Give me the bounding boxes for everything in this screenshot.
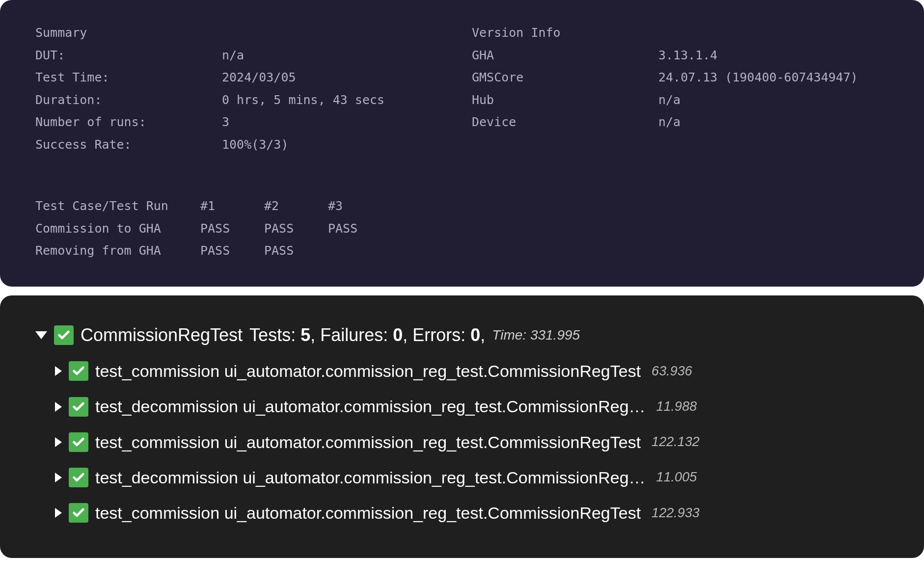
summary-value: 100%(3/3): [222, 133, 452, 156]
check-icon: [69, 468, 88, 487]
summary-value: 0 hrs, 5 mins, 43 secs: [222, 89, 452, 111]
summary-label: Number of runs:: [35, 111, 222, 133]
summary-panel: Summary DUT:n/a Test Time:2024/03/05 Dur…: [0, 0, 924, 287]
test-name: test_decommission ui_automator.commissio…: [95, 396, 646, 417]
summary-header: Summary: [35, 22, 222, 44]
check-icon: [69, 361, 88, 381]
version-value: 3.13.1.4: [658, 44, 889, 67]
run-header-cell: Test Case/Test Run: [35, 195, 200, 217]
summary-value: 2024/03/05: [222, 66, 452, 89]
summary-label: Test Time:: [35, 66, 222, 89]
version-label: GHA: [472, 44, 658, 67]
version-column: Version Info GHA3.13.1.4 GMSCore24.07.13…: [472, 22, 889, 156]
run-cell: PASS: [200, 239, 264, 262]
table-row: Commission to GHA PASS PASS PASS: [35, 217, 889, 240]
test-time: 11.988: [656, 398, 697, 415]
run-table: Test Case/Test Run #1 #2 #3 Commission t…: [35, 195, 889, 262]
disclosure-down-icon[interactable]: [35, 331, 47, 339]
suite-time: Time: 331.995: [492, 326, 580, 344]
disclosure-right-icon[interactable]: [55, 366, 62, 376]
test-name: test_commission ui_automator.commission_…: [95, 360, 641, 382]
test-name: test_commission ui_automator.commission_…: [95, 502, 641, 524]
summary-label: Success Rate:: [35, 133, 222, 156]
run-cell: PASS: [264, 217, 328, 240]
test-time: 122.933: [652, 504, 700, 522]
test-tree-panel: CommissionRegTest Tests: 5, Failures: 0,…: [0, 295, 924, 558]
test-time: 122.132: [652, 433, 700, 451]
run-cell: PASS: [200, 217, 264, 240]
version-value: n/a: [658, 111, 889, 133]
version-value: n/a: [658, 89, 889, 111]
test-time: 11.005: [656, 469, 697, 486]
table-row: Removing from GHA PASS PASS: [35, 239, 889, 262]
summary-column: Summary DUT:n/a Test Time:2024/03/05 Dur…: [35, 22, 452, 156]
disclosure-right-icon[interactable]: [55, 473, 62, 482]
run-table-header: Test Case/Test Run #1 #2 #3: [35, 195, 889, 217]
check-icon: [69, 397, 88, 417]
run-header-cell: #2: [264, 195, 328, 217]
check-icon: [69, 432, 88, 452]
suite-meta: Tests: 5, Failures: 0, Errors: 0,: [249, 324, 485, 347]
version-label: Hub: [472, 89, 658, 111]
disclosure-right-icon[interactable]: [55, 437, 62, 447]
test-name: test_decommission ui_automator.commissio…: [95, 467, 646, 488]
test-row[interactable]: test_commission ui_automator.commission_…: [55, 502, 889, 524]
run-header-cell: #3: [328, 195, 392, 217]
test-time: 63.936: [652, 363, 692, 380]
version-value: 24.07.13 (190400-607434947): [658, 66, 889, 89]
disclosure-right-icon[interactable]: [55, 508, 62, 518]
test-name: test_commission ui_automator.commission_…: [95, 431, 641, 453]
test-row[interactable]: test_decommission ui_automator.commissio…: [55, 396, 889, 417]
version-header: Version Info: [472, 22, 658, 44]
check-icon: [54, 325, 74, 345]
version-label: Device: [472, 111, 658, 133]
run-header-cell: #1: [200, 195, 264, 217]
run-cell: Removing from GHA: [35, 239, 200, 262]
summary-label: Duration:: [35, 89, 222, 111]
test-row[interactable]: test_decommission ui_automator.commissio…: [55, 467, 889, 488]
summary-value: 3: [222, 111, 452, 133]
summary-value: n/a: [222, 44, 452, 67]
version-label: GMSCore: [472, 66, 658, 89]
run-cell: PASS: [264, 239, 328, 262]
run-cell: PASS: [328, 217, 392, 240]
suite-row[interactable]: CommissionRegTest Tests: 5, Failures: 0,…: [35, 324, 889, 347]
run-cell: Commission to GHA: [35, 217, 200, 240]
test-row[interactable]: test_commission ui_automator.commission_…: [55, 360, 889, 382]
run-cell: [328, 239, 392, 262]
test-row[interactable]: test_commission ui_automator.commission_…: [55, 431, 889, 453]
disclosure-right-icon[interactable]: [55, 402, 62, 412]
check-icon: [69, 503, 88, 523]
suite-name: CommissionRegTest: [81, 324, 243, 347]
summary-label: DUT:: [35, 44, 222, 67]
